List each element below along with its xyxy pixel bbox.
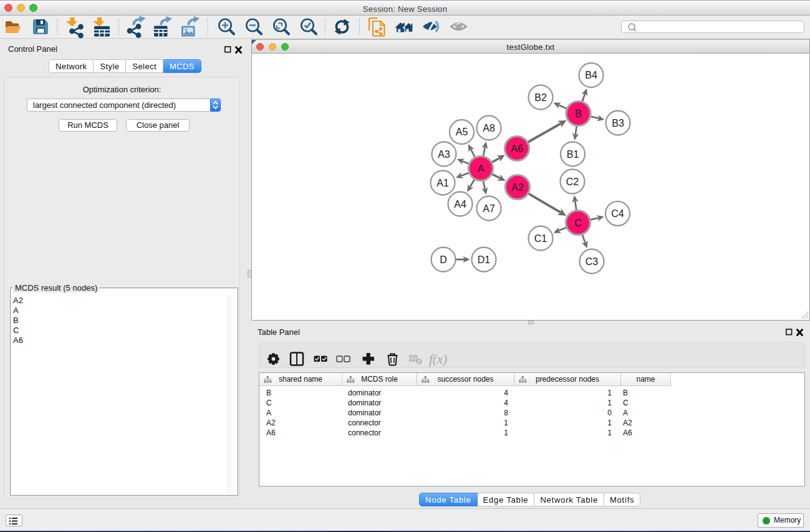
svg-text:C2: C2 [566, 177, 579, 187]
svg-text:A2: A2 [511, 182, 524, 193]
svg-text:A5: A5 [456, 127, 468, 137]
svg-text:D1: D1 [478, 254, 491, 265]
svg-text:f(x): f(x) [429, 352, 447, 367]
svg-text:B4: B4 [585, 70, 597, 80]
svg-text:C: C [574, 218, 582, 228]
svg-text:A8: A8 [483, 123, 495, 133]
svg-text:B3: B3 [612, 118, 624, 128]
svg-text:A: A [478, 163, 485, 174]
svg-text:A4: A4 [454, 199, 466, 210]
svg-text:A6: A6 [511, 143, 523, 154]
svg-text:A3: A3 [438, 149, 450, 160]
svg-text:C3: C3 [586, 256, 599, 267]
svg-text:A7: A7 [483, 203, 495, 214]
svg-text:A1: A1 [436, 178, 449, 188]
svg-text:C4: C4 [611, 208, 624, 219]
svg-text:C1: C1 [534, 233, 547, 244]
svg-text:B1: B1 [567, 149, 579, 160]
svg-text:B2: B2 [534, 92, 547, 103]
svg-text:B: B [575, 109, 582, 119]
svg-text:D: D [440, 254, 447, 265]
